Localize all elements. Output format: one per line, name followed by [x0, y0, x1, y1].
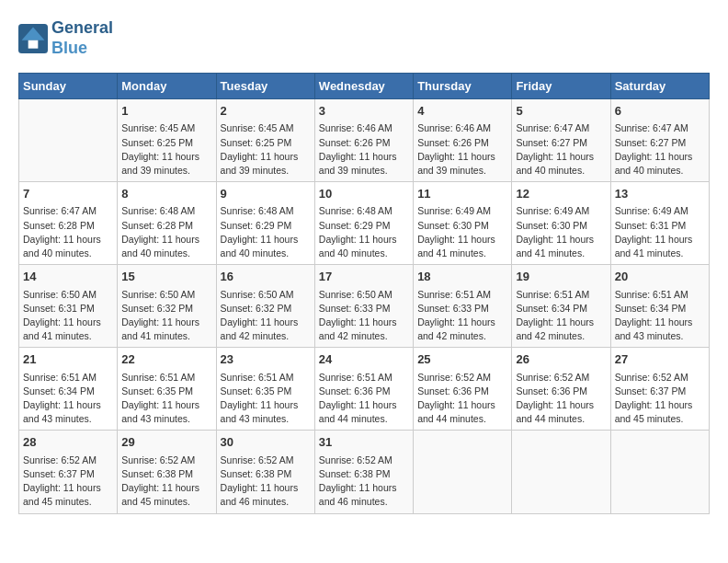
- day-number: 29: [121, 434, 211, 451]
- day-number: 6: [615, 103, 705, 120]
- cell-content: Sunrise: 6:50 AM Sunset: 6:32 PM Dayligh…: [121, 288, 211, 344]
- cell-content: Sunrise: 6:49 AM Sunset: 6:30 PM Dayligh…: [516, 204, 606, 260]
- logo: GeneralBlue: [18, 18, 113, 58]
- cell-content: Sunrise: 6:48 AM Sunset: 6:29 PM Dayligh…: [319, 204, 409, 260]
- calendar-week-row: 14Sunrise: 6:50 AM Sunset: 6:31 PM Dayli…: [19, 265, 710, 348]
- cell-content: Sunrise: 6:52 AM Sunset: 6:38 PM Dayligh…: [121, 454, 211, 510]
- cell-content: Sunrise: 6:52 AM Sunset: 6:37 PM Dayligh…: [23, 454, 113, 510]
- day-number: 2: [221, 103, 311, 120]
- calendar-cell: 13Sunrise: 6:49 AM Sunset: 6:31 PM Dayli…: [610, 182, 709, 265]
- weekday-header: Thursday: [414, 74, 512, 99]
- calendar-cell: 23Sunrise: 6:51 AM Sunset: 6:35 PM Dayli…: [216, 348, 314, 431]
- calendar-cell: 7Sunrise: 6:47 AM Sunset: 6:28 PM Daylig…: [19, 182, 118, 265]
- calendar-cell: 18Sunrise: 6:51 AM Sunset: 6:33 PM Dayli…: [414, 265, 512, 348]
- calendar-cell: 25Sunrise: 6:52 AM Sunset: 6:36 PM Dayli…: [414, 348, 512, 431]
- cell-content: Sunrise: 6:51 AM Sunset: 6:34 PM Dayligh…: [516, 288, 606, 344]
- cell-content: Sunrise: 6:47 AM Sunset: 6:27 PM Dayligh…: [516, 121, 606, 178]
- weekday-header: Friday: [512, 74, 610, 99]
- day-number: 16: [221, 269, 311, 285]
- day-number: 19: [516, 269, 606, 285]
- calendar-cell: [414, 431, 512, 513]
- day-number: 31: [319, 434, 409, 451]
- calendar-cell: 27Sunrise: 6:52 AM Sunset: 6:37 PM Dayli…: [610, 348, 709, 431]
- cell-content: Sunrise: 6:48 AM Sunset: 6:28 PM Dayligh…: [121, 204, 211, 260]
- day-number: 9: [221, 186, 311, 202]
- calendar-cell: 16Sunrise: 6:50 AM Sunset: 6:32 PM Dayli…: [216, 265, 314, 348]
- cell-content: Sunrise: 6:51 AM Sunset: 6:34 PM Dayligh…: [615, 288, 705, 344]
- day-number: 11: [417, 186, 507, 202]
- cell-content: Sunrise: 6:52 AM Sunset: 6:38 PM Dayligh…: [319, 454, 409, 510]
- cell-content: Sunrise: 6:51 AM Sunset: 6:33 PM Dayligh…: [417, 288, 507, 344]
- weekday-header: Tuesday: [216, 74, 314, 99]
- cell-content: Sunrise: 6:46 AM Sunset: 6:26 PM Dayligh…: [417, 121, 507, 178]
- logo-text: GeneralBlue: [51, 18, 113, 58]
- cell-content: Sunrise: 6:49 AM Sunset: 6:31 PM Dayligh…: [615, 204, 705, 260]
- cell-content: Sunrise: 6:52 AM Sunset: 6:36 PM Dayligh…: [516, 371, 606, 427]
- day-number: 25: [417, 351, 507, 368]
- day-number: 5: [516, 103, 606, 120]
- calendar-cell: 11Sunrise: 6:49 AM Sunset: 6:30 PM Dayli…: [414, 182, 512, 265]
- calendar-cell: 15Sunrise: 6:50 AM Sunset: 6:32 PM Dayli…: [118, 265, 216, 348]
- cell-content: Sunrise: 6:52 AM Sunset: 6:37 PM Dayligh…: [615, 371, 705, 427]
- cell-content: Sunrise: 6:50 AM Sunset: 6:31 PM Dayligh…: [23, 288, 113, 344]
- calendar-cell: 4Sunrise: 6:46 AM Sunset: 6:26 PM Daylig…: [414, 99, 512, 182]
- cell-content: Sunrise: 6:51 AM Sunset: 6:36 PM Dayligh…: [319, 371, 409, 427]
- cell-content: Sunrise: 6:48 AM Sunset: 6:29 PM Dayligh…: [221, 204, 311, 260]
- calendar-cell: 10Sunrise: 6:48 AM Sunset: 6:29 PM Dayli…: [314, 182, 413, 265]
- day-number: 20: [615, 269, 705, 285]
- calendar-week-row: 7Sunrise: 6:47 AM Sunset: 6:28 PM Daylig…: [19, 182, 710, 265]
- logo-icon: [18, 24, 48, 53]
- cell-content: Sunrise: 6:51 AM Sunset: 6:35 PM Dayligh…: [221, 371, 311, 427]
- calendar-cell: 8Sunrise: 6:48 AM Sunset: 6:28 PM Daylig…: [118, 182, 216, 265]
- weekday-header: Sunday: [19, 74, 118, 99]
- day-number: 23: [221, 351, 311, 368]
- calendar-cell: 9Sunrise: 6:48 AM Sunset: 6:29 PM Daylig…: [216, 182, 314, 265]
- cell-content: Sunrise: 6:49 AM Sunset: 6:30 PM Dayligh…: [417, 204, 507, 260]
- calendar-cell: 21Sunrise: 6:51 AM Sunset: 6:34 PM Dayli…: [19, 348, 118, 431]
- calendar-cell: 1Sunrise: 6:45 AM Sunset: 6:25 PM Daylig…: [118, 99, 216, 182]
- calendar-table: SundayMondayTuesdayWednesdayThursdayFrid…: [18, 73, 710, 513]
- day-number: 15: [121, 269, 211, 285]
- calendar-cell: 20Sunrise: 6:51 AM Sunset: 6:34 PM Dayli…: [610, 265, 709, 348]
- calendar-cell: 19Sunrise: 6:51 AM Sunset: 6:34 PM Dayli…: [512, 265, 610, 348]
- calendar-cell: 29Sunrise: 6:52 AM Sunset: 6:38 PM Dayli…: [118, 431, 216, 513]
- cell-content: Sunrise: 6:52 AM Sunset: 6:38 PM Dayligh…: [221, 454, 311, 510]
- day-number: 26: [516, 351, 606, 368]
- calendar-cell: 3Sunrise: 6:46 AM Sunset: 6:26 PM Daylig…: [314, 99, 413, 182]
- cell-content: Sunrise: 6:50 AM Sunset: 6:32 PM Dayligh…: [221, 288, 311, 344]
- calendar-week-row: 21Sunrise: 6:51 AM Sunset: 6:34 PM Dayli…: [19, 348, 710, 431]
- day-number: 3: [319, 103, 409, 120]
- svg-rect-2: [28, 40, 39, 48]
- cell-content: Sunrise: 6:50 AM Sunset: 6:33 PM Dayligh…: [319, 288, 409, 344]
- cell-content: Sunrise: 6:45 AM Sunset: 6:25 PM Dayligh…: [121, 121, 211, 178]
- day-number: 17: [319, 269, 409, 285]
- cell-content: Sunrise: 6:47 AM Sunset: 6:27 PM Dayligh…: [615, 121, 705, 178]
- calendar-cell: 2Sunrise: 6:45 AM Sunset: 6:25 PM Daylig…: [216, 99, 314, 182]
- day-number: 12: [516, 186, 606, 202]
- calendar-cell: 24Sunrise: 6:51 AM Sunset: 6:36 PM Dayli…: [314, 348, 413, 431]
- calendar-cell: 22Sunrise: 6:51 AM Sunset: 6:35 PM Dayli…: [118, 348, 216, 431]
- cell-content: Sunrise: 6:51 AM Sunset: 6:35 PM Dayligh…: [121, 371, 211, 427]
- calendar-cell: 28Sunrise: 6:52 AM Sunset: 6:37 PM Dayli…: [19, 431, 118, 513]
- cell-content: Sunrise: 6:51 AM Sunset: 6:34 PM Dayligh…: [23, 371, 113, 427]
- day-number: 18: [417, 269, 507, 285]
- day-number: 8: [121, 186, 211, 202]
- calendar-cell: 5Sunrise: 6:47 AM Sunset: 6:27 PM Daylig…: [512, 99, 610, 182]
- day-number: 7: [23, 186, 113, 202]
- day-number: 1: [121, 103, 211, 120]
- day-number: 22: [121, 351, 211, 368]
- calendar-cell: 12Sunrise: 6:49 AM Sunset: 6:30 PM Dayli…: [512, 182, 610, 265]
- day-number: 4: [417, 103, 507, 120]
- page-header: GeneralBlue: [18, 18, 710, 58]
- calendar-cell: [512, 431, 610, 513]
- weekday-header: Saturday: [610, 74, 709, 99]
- calendar-cell: [19, 99, 118, 182]
- calendar-cell: 6Sunrise: 6:47 AM Sunset: 6:27 PM Daylig…: [610, 99, 709, 182]
- calendar-week-row: 1Sunrise: 6:45 AM Sunset: 6:25 PM Daylig…: [19, 99, 710, 182]
- cell-content: Sunrise: 6:47 AM Sunset: 6:28 PM Dayligh…: [23, 204, 113, 260]
- weekday-header: Wednesday: [314, 74, 413, 99]
- cell-content: Sunrise: 6:46 AM Sunset: 6:26 PM Dayligh…: [319, 121, 409, 178]
- calendar-cell: 26Sunrise: 6:52 AM Sunset: 6:36 PM Dayli…: [512, 348, 610, 431]
- calendar-cell: 17Sunrise: 6:50 AM Sunset: 6:33 PM Dayli…: [314, 265, 413, 348]
- calendar-cell: 30Sunrise: 6:52 AM Sunset: 6:38 PM Dayli…: [216, 431, 314, 513]
